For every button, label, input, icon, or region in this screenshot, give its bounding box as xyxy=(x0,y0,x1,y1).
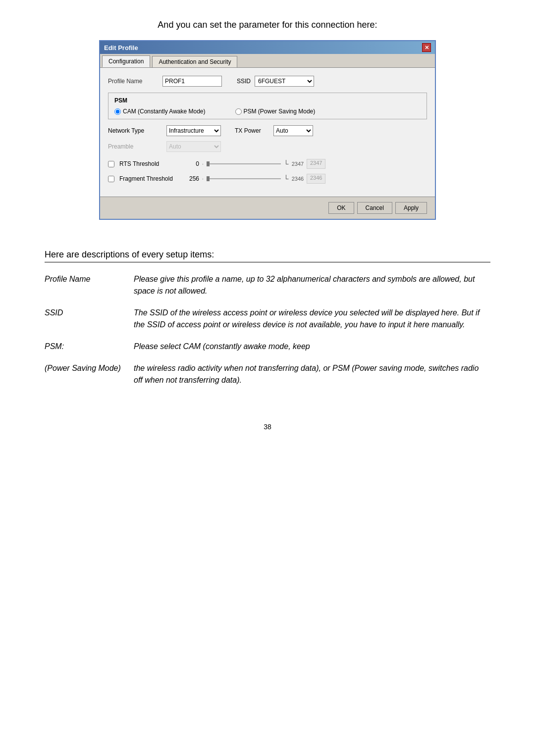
desc-term-ssid: SSID xyxy=(45,304,134,338)
ssid-select[interactable]: 6FGUEST xyxy=(255,76,314,87)
ssid-label: SSID xyxy=(237,78,251,85)
cancel-button[interactable]: Cancel xyxy=(357,202,392,214)
desc-term-profile-name: Profile Name xyxy=(45,270,134,304)
descriptions-section: Here are descriptions of every setup ite… xyxy=(45,250,490,393)
desc-text-psm: Please select CAM (constantly awake mode… xyxy=(134,338,490,359)
edit-profile-dialog: Edit Profile ✕ Configuration Authenticat… xyxy=(99,40,436,220)
ok-button[interactable]: OK xyxy=(328,202,354,214)
fragment-slider-handle[interactable] xyxy=(207,176,210,181)
desc-row-profile-name: Profile Name Please give this profile a … xyxy=(45,270,490,304)
dialog-tabs: Configuration Authentication and Securit… xyxy=(100,54,435,68)
rts-checkbox[interactable] xyxy=(108,161,114,167)
preamble-label: Preamble xyxy=(108,143,162,150)
profile-name-label: Profile Name xyxy=(108,78,162,85)
desc-text-power-saving: the wireless radio activity when not tra… xyxy=(134,359,490,393)
page-number: 38 xyxy=(40,423,495,431)
fragment-slider-container xyxy=(207,178,281,179)
apply-button[interactable]: Apply xyxy=(395,202,427,214)
desc-text-ssid: The SSID of the wireless access point or… xyxy=(134,304,490,338)
desc-term-psm: PSM: xyxy=(45,338,134,359)
psm-radio[interactable] xyxy=(235,108,242,115)
rts-slider[interactable] xyxy=(207,163,281,164)
rts-label: RTS Threshold xyxy=(119,160,179,167)
tx-power-select[interactable]: Auto xyxy=(273,125,313,136)
profile-name-input[interactable] xyxy=(162,76,222,87)
rts-slider-container xyxy=(207,163,281,164)
fragment-max: 2346 xyxy=(292,176,304,182)
rts-value: 0 xyxy=(182,160,199,167)
fragment-slider[interactable] xyxy=(207,178,281,179)
desc-row-power-saving: (Power Saving Mode) the wireless radio a… xyxy=(45,359,490,393)
rts-end-box: 2347 xyxy=(307,159,325,169)
tx-power-label: TX Power xyxy=(235,127,269,134)
dialog-titlebar: Edit Profile ✕ xyxy=(100,41,435,54)
psm-options: CAM (Constantly Awake Mode) PSM (Power S… xyxy=(114,108,421,115)
network-type-select[interactable]: Infrastructure xyxy=(166,125,221,136)
desc-term-power-saving: (Power Saving Mode) xyxy=(45,359,134,393)
fragment-end-mark: └ xyxy=(284,175,289,183)
rts-end-mark: └ xyxy=(284,160,289,168)
network-type-label: Network Type xyxy=(108,127,162,134)
cam-radio[interactable] xyxy=(114,108,121,115)
cam-label: CAM (Constantly Awake Mode) xyxy=(123,108,206,115)
descriptions-table: Profile Name Please give this profile a … xyxy=(45,270,490,393)
fragment-value: 256 xyxy=(182,175,199,182)
dialog-body: Profile Name SSID 6FGUEST PSM CAM (Const… xyxy=(100,68,435,197)
profile-ssid-row: Profile Name SSID 6FGUEST xyxy=(108,76,427,87)
psm-label: PSM (Power Saving Mode) xyxy=(244,108,316,115)
psm-group-title: PSM xyxy=(114,97,421,104)
rts-dot: · xyxy=(202,161,204,167)
preamble-select: Auto xyxy=(166,141,221,152)
rts-slider-handle[interactable] xyxy=(207,161,210,166)
cam-option[interactable]: CAM (Constantly Awake Mode) xyxy=(114,108,206,115)
tab-configuration[interactable]: Configuration xyxy=(102,55,150,67)
preamble-row: Preamble Auto xyxy=(108,141,427,152)
fragment-label: Fragment Threshold xyxy=(119,175,179,182)
psm-option[interactable]: PSM (Power Saving Mode) xyxy=(235,108,316,115)
rts-threshold-row: RTS Threshold 0 · └ 2347 2347 xyxy=(108,159,427,169)
desc-text-profile-name: Please give this profile a name, up to 3… xyxy=(134,270,490,304)
rts-max: 2347 xyxy=(292,161,304,167)
desc-row-ssid: SSID The SSID of the wireless access poi… xyxy=(45,304,490,338)
fragment-dot: · xyxy=(202,176,204,182)
psm-group: PSM CAM (Constantly Awake Mode) PSM (Pow… xyxy=(108,93,427,119)
fragment-end-box: 2346 xyxy=(307,174,325,184)
network-tx-row: Network Type Infrastructure TX Power Aut… xyxy=(108,125,427,136)
dialog-footer: OK Cancel Apply xyxy=(100,197,435,219)
fragment-threshold-row: Fragment Threshold 256 · └ 2346 2346 xyxy=(108,174,427,184)
dialog-title: Edit Profile xyxy=(104,44,138,51)
fragment-checkbox[interactable] xyxy=(108,176,114,182)
tab-auth-security[interactable]: Authentication and Security xyxy=(152,56,237,67)
desc-row-psm: PSM: Please select CAM (constantly awake… xyxy=(45,338,490,359)
close-button[interactable]: ✕ xyxy=(422,43,431,52)
intro-text: And you can set the parameter for this c… xyxy=(40,20,495,30)
descriptions-heading: Here are descriptions of every setup ite… xyxy=(45,250,490,262)
